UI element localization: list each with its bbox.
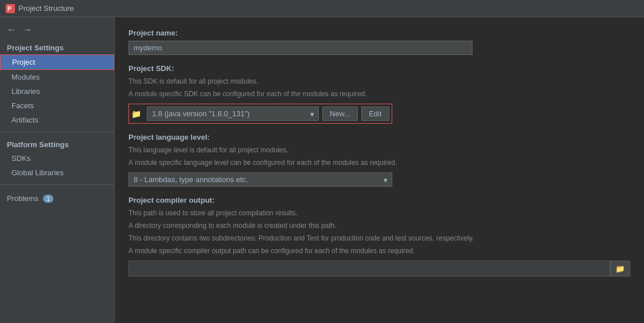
compiler-desc-1: This path is used to store all project c… xyxy=(128,208,630,218)
sidebar-item-artifacts[interactable]: Artifacts xyxy=(0,113,114,127)
language-level-label: Project language level: xyxy=(128,133,630,141)
project-settings-label: Project Settings xyxy=(0,40,114,54)
problems-label: Problems xyxy=(7,194,38,203)
sidebar-item-sdks[interactable]: SDKs xyxy=(0,151,114,166)
sidebar-item-problems[interactable]: Problems 1 xyxy=(0,190,114,206)
sdk-new-button[interactable]: New... xyxy=(322,107,358,121)
sidebar-item-libraries[interactable]: Libraries xyxy=(0,84,114,99)
sdk-edit-button[interactable]: Edit xyxy=(361,107,389,121)
language-level-select[interactable]: 8 - Lambdas, type annotations etc. 7 - D… xyxy=(128,172,392,187)
folder-icon: 📁 xyxy=(615,265,625,273)
lang-desc-line1: This language level is default for all p… xyxy=(128,145,630,155)
sidebar-divider xyxy=(0,132,114,132)
project-name-input[interactable] xyxy=(128,41,473,55)
sdk-select[interactable]: 1.8 (java version "1.8.0_131") xyxy=(147,107,319,121)
problems-badge: 1 xyxy=(43,195,53,203)
project-sdk-label: Project SDK: xyxy=(128,64,630,73)
sidebar: ← → Project Settings Project Modules Lib… xyxy=(0,17,115,323)
lang-desc-line2: A module specific language level can be … xyxy=(128,157,630,168)
compiler-output-browse-button[interactable]: 📁 xyxy=(610,261,630,277)
content-panel: Project name: Project SDK: This SDK is d… xyxy=(115,17,644,323)
sidebar-item-facets[interactable]: Facets xyxy=(0,99,114,113)
compiler-output-label: Project compiler output: xyxy=(128,196,630,204)
svg-text:P: P xyxy=(7,6,11,12)
sdk-desc-line2: A module specific SDK can be configured … xyxy=(128,89,630,99)
sdk-desc-line1: This SDK is default for all project modu… xyxy=(128,76,630,86)
title-bar-text: Project Structure xyxy=(18,4,74,13)
nav-buttons: ← → xyxy=(0,22,114,40)
sidebar-divider-2 xyxy=(0,184,114,185)
platform-settings-label: Platform Settings xyxy=(0,137,114,151)
compiler-output-row: 📁 xyxy=(128,261,630,277)
back-button[interactable]: ← xyxy=(5,24,18,36)
sidebar-item-global-libraries[interactable]: Global Libraries xyxy=(0,166,114,180)
main-container: ← → Project Settings Project Modules Lib… xyxy=(0,17,644,323)
forward-button[interactable]: → xyxy=(21,24,34,36)
compiler-output-input[interactable] xyxy=(128,261,610,277)
sidebar-item-modules[interactable]: Modules xyxy=(0,70,114,84)
sidebar-item-project[interactable]: Project xyxy=(0,54,114,70)
compiler-desc-2: A directory corresponding to each module… xyxy=(128,220,630,231)
title-bar: P Project Structure xyxy=(0,0,644,17)
sdk-row: 📁 1.8 (java version "1.8.0_131") New... … xyxy=(128,104,392,124)
language-level-select-wrapper[interactable]: 8 - Lambdas, type annotations etc. 7 - D… xyxy=(128,172,392,187)
compiler-desc-3: This directory contains two subdirectori… xyxy=(128,233,630,243)
app-icon: P xyxy=(6,4,15,13)
sdk-folder-icon: 📁 xyxy=(131,109,141,119)
sdk-select-wrapper[interactable]: 1.8 (java version "1.8.0_131") xyxy=(147,107,319,121)
compiler-desc-4: A module specific compiler output path c… xyxy=(128,246,630,256)
project-name-label: Project name: xyxy=(128,29,630,37)
